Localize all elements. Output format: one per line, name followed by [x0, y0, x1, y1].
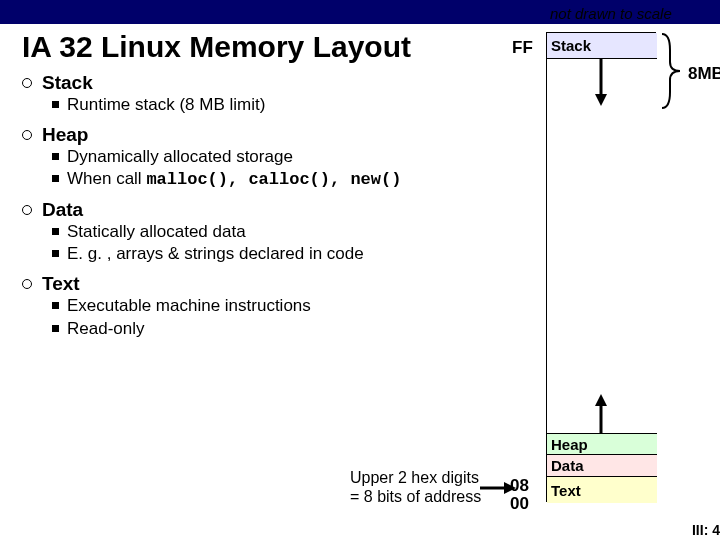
square-bullet-icon: [52, 250, 59, 257]
bullet-icon: [22, 205, 32, 215]
body-text: Stack Runtime stack (8 MB limit) Heap Dy…: [22, 72, 502, 348]
square-bullet-icon: [52, 302, 59, 309]
square-bullet-icon: [52, 325, 59, 332]
stack-item-0: Runtime stack (8 MB limit): [67, 94, 265, 116]
heap-item-1-prefix: When call: [67, 169, 146, 188]
slide-title: IA 32 Linux Memory Layout: [22, 30, 411, 64]
heap-item-0: Dynamically allocated storage: [67, 146, 293, 168]
page-number: III: 4: [692, 522, 720, 538]
section-head-stack: Stack: [42, 72, 93, 94]
data-item-1: E. g. , arrays & strings declared in cod…: [67, 243, 364, 265]
addr-label-ff: FF: [512, 38, 533, 58]
square-bullet-icon: [52, 153, 59, 160]
square-bullet-icon: [52, 175, 59, 182]
section-head-data: Data: [42, 199, 83, 221]
region-heap: Heap: [547, 433, 657, 455]
heap-item-1-code: malloc(), calloc(), new(): [146, 170, 401, 189]
square-bullet-icon: [52, 101, 59, 108]
svg-marker-1: [595, 94, 607, 106]
bullet-icon: [22, 78, 32, 88]
region-stack: Stack: [547, 33, 657, 59]
arrow-up-icon: [593, 394, 609, 434]
section-head-text: Text: [42, 273, 80, 295]
addr-label-00: 00: [510, 494, 529, 514]
region-data: Data: [547, 455, 657, 477]
scale-note: not drawn to scale: [550, 5, 672, 22]
bullet-icon: [22, 130, 32, 140]
hex-caption-l1: Upper 2 hex digits: [350, 468, 481, 487]
arrow-down-icon: [593, 58, 609, 106]
eight-mb-label: 8MB: [688, 64, 720, 84]
text-item-1: Read-only: [67, 318, 145, 340]
region-empty: [547, 59, 657, 433]
hex-caption: Upper 2 hex digits = 8 bits of address: [350, 468, 481, 506]
bullet-icon: [22, 279, 32, 289]
section-head-heap: Heap: [42, 124, 88, 146]
text-item-0: Executable machine instructions: [67, 295, 311, 317]
data-item-0: Statically allocated data: [67, 221, 246, 243]
region-text: Text: [547, 477, 657, 503]
hex-caption-l2: = 8 bits of address: [350, 487, 481, 506]
square-bullet-icon: [52, 228, 59, 235]
curly-brace-icon: [658, 32, 684, 110]
addr-label-08: 08: [510, 476, 529, 496]
